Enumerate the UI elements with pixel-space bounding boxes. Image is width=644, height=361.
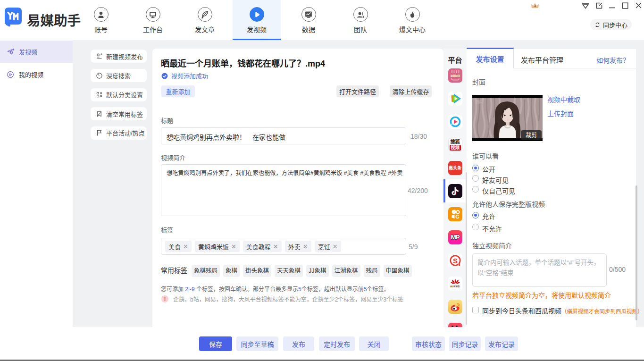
svg-text:HUAWEI: HUAWEI [450,285,460,287]
svg-text:bilibili: bilibili [450,74,460,77]
svg-text:数码: 数码 [476,100,483,104]
svg-text:S: S [452,256,457,264]
svg-text:G: G [455,214,460,219]
svg-text:裁剪: 裁剪 [526,132,537,139]
